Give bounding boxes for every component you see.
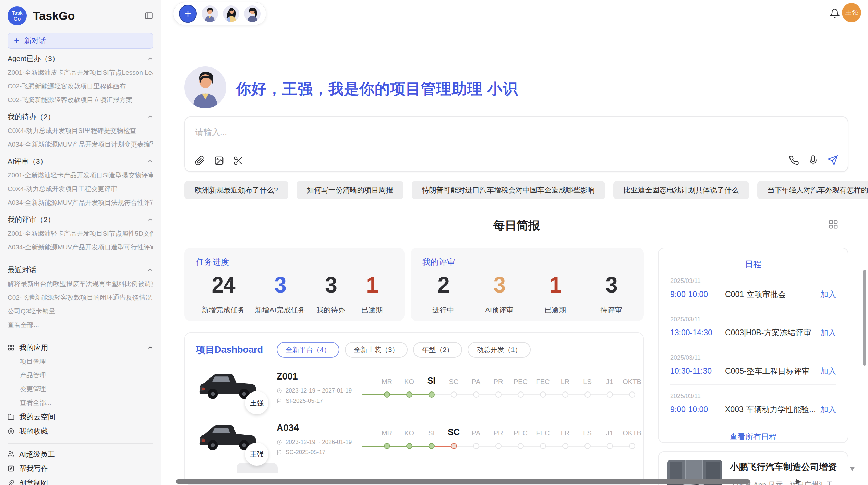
stat-overdue: 1 已逾期 (540, 272, 571, 315)
schedule-card: 日程 2025/03/11 9:00-10:00 C001-立项审批会 加入 2… (658, 248, 848, 443)
sidebar-item-creative-drawing[interactable]: 创意制图 (8, 476, 153, 485)
star-badge-icon (8, 428, 14, 435)
join-meeting-link[interactable]: 加入 (820, 327, 836, 338)
scroll-right-arrow[interactable] (796, 479, 801, 484)
schedule-date: 2025/03/11 (670, 277, 836, 285)
schedule-item: 2025/03/11 9:00-10:00 C001-立项审批会 加入 (659, 277, 848, 300)
sidebar-task-item[interactable]: A034-全新新能源MUV产品开发项目计划变更表编写 (8, 138, 153, 151)
schedule-date: 2025/03/11 (670, 354, 836, 361)
chevron-up-icon[interactable] (147, 114, 153, 120)
stat-pending-review: 3 待评审 (596, 272, 627, 315)
chevron-up-icon[interactable] (147, 216, 153, 223)
current-milestone: SI (420, 376, 443, 386)
view-all-schedule-link[interactable]: 查看所有日程 (659, 432, 848, 442)
stat-new-completed: 24 新增完成任务 (202, 272, 245, 315)
notifications-bell-icon[interactable] (830, 8, 840, 18)
sidebar-task-item[interactable]: Z001-全新燃油皮卡产品开发项目SI节点Lesson Learn报告 (8, 66, 153, 79)
sidebar-task-item[interactable]: A034-全新新能源MUV产品开发项目造型可行性评审 (8, 240, 153, 254)
sidebar-task-item[interactable]: C02-飞腾新能源轻客改款项目里程碑画布 (8, 79, 153, 93)
schedule-date: 2025/03/11 (670, 393, 836, 400)
collapse-sidebar-icon[interactable] (144, 11, 153, 20)
vertical-scrollbar[interactable] (863, 270, 866, 366)
app-link-change-mgmt[interactable]: 变更管理 (8, 382, 153, 396)
join-meeting-link[interactable]: 加入 (820, 404, 836, 415)
divider (8, 259, 153, 259)
recent-chat-item[interactable]: C02-飞腾新能源轻客改款项目的闭环通告反馈情况 (8, 291, 153, 304)
schedule-time: 9:00-10:00 (670, 290, 725, 299)
sidebar-item-my-apps[interactable]: 我的应用 (8, 340, 153, 355)
suggestion-chips: 欧洲新规最近颁布了什么? 如何写一份清晰的项目周报 特朗普可能对进口汽车增税会对… (184, 181, 868, 199)
project-row-a034[interactable]: 王强 A034 2023-12-19 ~ 2026-01-19 SC-2025-… (185, 412, 643, 463)
chevron-up-icon[interactable] (147, 267, 153, 273)
chevron-up-icon[interactable] (147, 345, 153, 351)
task-progress-card: 任务进度 24 新增完成任务 3 新增AI完成任务 3 我的待办 1 已逾期 (184, 248, 405, 321)
chevron-up-icon[interactable] (147, 158, 153, 164)
view-all-chats-link[interactable]: 查看全部... (8, 318, 153, 332)
project-current-milestone-date: SC-2025-05-17 (286, 449, 325, 456)
sidebar-task-item[interactable]: Z001-全新燃油轻卡产品开发项目SI节点属性5D文件评审 (8, 227, 153, 240)
stat-new-ai-completed: 3 新增AI完成任务 (255, 272, 305, 315)
sidebar-item-write-for-me[interactable]: 帮我写作 (8, 461, 153, 476)
send-icon[interactable] (827, 155, 838, 166)
divider (670, 346, 836, 346)
agent-avatar-2[interactable] (223, 5, 239, 22)
sidebar-task-item[interactable]: A034-全新新能源MUV产品开发项目法规符合性评审 (8, 196, 153, 210)
schedule-title: 日程 (659, 259, 848, 270)
feather-pen-icon (8, 480, 14, 485)
grid-icon (8, 344, 14, 351)
filter-powertrain[interactable]: 动总开发（1） (468, 342, 530, 358)
suggestion-chip[interactable]: 如何写一份清晰的项目周报 (297, 181, 403, 199)
project-current-milestone-date: SI-2025-05-17 (286, 398, 323, 405)
milestone-timeline: MRKOSISCPAPRPECFECLRLSJ1OKTB (376, 373, 643, 402)
attach-icon[interactable] (195, 156, 205, 166)
chevron-up-icon[interactable] (147, 55, 153, 62)
app-link-project-mgmt[interactable]: 项目管理 (8, 355, 153, 369)
suggestion-chip[interactable]: 特朗普可能对进口汽车增税会对中国车企造成哪些影响 (412, 181, 605, 199)
sidebar-task-item[interactable]: C02-飞腾新能源轻客改款项目立项汇报方案 (8, 93, 153, 107)
scissors-icon[interactable] (233, 156, 243, 166)
recent-chat-item[interactable]: 解释最新出台的欧盟报废车法规再生塑料比例被调至15%... (8, 277, 153, 291)
schedule-time: 10:30-11:30 (670, 366, 725, 376)
add-agent-button[interactable] (179, 5, 197, 23)
schedule-item: 2025/03/11 9:00-10:00 X003-车辆动力学性能验... 加… (659, 393, 848, 415)
flag-icon (277, 450, 282, 455)
join-meeting-link[interactable]: 加入 (820, 289, 836, 300)
suggestion-chip[interactable]: 欧洲新规最近颁布了什么? (184, 181, 288, 199)
app-link-product-mgmt[interactable]: 产品管理 (8, 369, 153, 382)
section-my-todo[interactable]: 我的待办（2） (8, 110, 153, 124)
project-date-range: 2023-12-19 ~ 2027-01-19 (286, 387, 352, 394)
layout-grid-icon[interactable] (828, 219, 839, 229)
agent-avatar-1[interactable] (202, 5, 218, 22)
user-avatar[interactable]: 王强 (842, 3, 861, 22)
sidebar-item-ai-employee[interactable]: AI超级员工 (8, 447, 153, 461)
new-chat-button[interactable]: 新对话 (8, 33, 153, 49)
section-recent-chats[interactable]: 最近对话 (8, 263, 153, 277)
suggestion-chip[interactable]: 比亚迪全固态电池计划具体说了什么 (613, 181, 749, 199)
schedule-date: 2025/03/11 (670, 316, 836, 323)
suggestion-chip[interactable]: 当下年轻人对汽车外观有怎样的喜好趋势 (757, 181, 868, 199)
sidebar-task-item[interactable]: C0X4-动力总成开发项目SI里程碑提交物检查 (8, 124, 153, 138)
image-icon[interactable] (214, 156, 224, 166)
scroll-down-arrow[interactable] (849, 467, 855, 471)
schedule-event-title: C001-立项审批会 (725, 289, 820, 300)
join-meeting-link[interactable]: 加入 (820, 366, 836, 376)
view-all-apps-link[interactable]: 查看全部... (8, 396, 153, 410)
section-agent-done[interactable]: Agent已办（3） (8, 51, 153, 66)
section-my-review[interactable]: 我的评审（2） (8, 212, 153, 227)
sidebar-item-favorites[interactable]: 我的收藏 (8, 424, 153, 438)
filter-model-year[interactable]: 年型（2） (413, 342, 462, 358)
clock-icon (277, 439, 282, 445)
agent-avatar-3[interactable] (244, 5, 261, 22)
section-ai-review[interactable]: AI评审（3） (8, 154, 153, 169)
filter-new-platform[interactable]: 全新平台（4） (277, 342, 339, 358)
project-row-z001[interactable]: 王强 Z001 2023-12-19 ~ 2027-01-19 SI-2025-… (185, 360, 643, 412)
chat-input[interactable] (195, 125, 744, 139)
recent-chat-item[interactable]: 公司Q3轻卡销量 (8, 304, 153, 318)
phone-icon[interactable] (789, 155, 799, 165)
filter-new-body[interactable]: 全新上装（3） (345, 342, 408, 358)
mic-icon[interactable] (808, 155, 818, 165)
sidebar-task-item[interactable]: Z001-全新燃油轻卡产品开发项目SI造型提交物评审 (8, 169, 153, 182)
sidebar-item-cloud-space[interactable]: 我的云空间 (8, 410, 153, 424)
horizontal-scrollbar[interactable] (176, 479, 750, 484)
sidebar-task-item[interactable]: C0X4-动力总成开发项目工程变更评审 (8, 182, 153, 196)
